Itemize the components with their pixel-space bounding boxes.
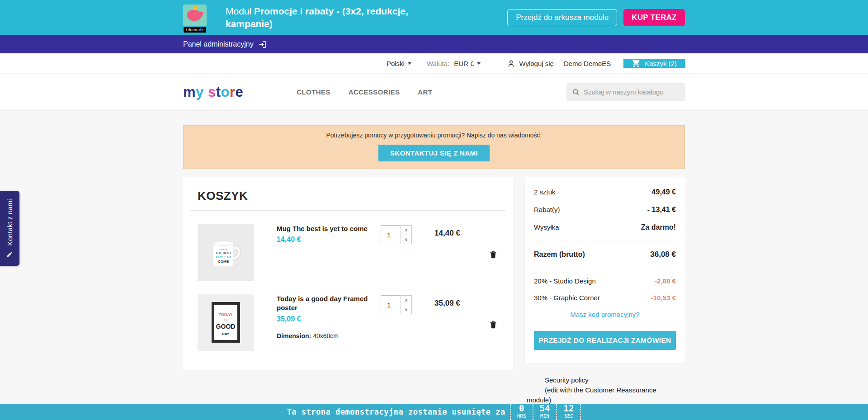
- trash-icon: [489, 320, 498, 330]
- search-icon: [572, 88, 580, 96]
- product-unit-price: 14,40 €: [277, 236, 378, 244]
- svg-text:THE BEST: THE BEST: [216, 251, 231, 255]
- module-promo-bar: idnovate Moduł Promocje i rabaty - (3x2,…: [0, 0, 868, 35]
- cart-button[interactable]: Koszyk (2): [623, 59, 685, 68]
- countdown-hours: 0 HRS: [510, 404, 533, 420]
- search-input[interactable]: [584, 88, 679, 96]
- cart-panel: KOSZYK • • • • • THE BEST IS YET TO: [183, 177, 513, 370]
- summary-row-items: 2 sztuk 49,49 €: [534, 188, 676, 196]
- nav-accessories[interactable]: ACCESSORIES: [349, 88, 400, 96]
- nav-clothes[interactable]: CLOTHES: [297, 88, 330, 96]
- countdown: 0 HRS 54 MIN 12 SEC: [510, 404, 581, 420]
- logout-link[interactable]: Wyloguj się: [507, 59, 554, 68]
- demo-countdown-bar: Ta strona demonstracyjna zostanie usunię…: [0, 404, 868, 420]
- cart-summary-panel: 2 sztuk 49,49 € Rabat(y) - 13,41 € Wysył…: [525, 177, 685, 363]
- top-nav-bar: Polski Waluta: EUR € Wyloguj się Demo De…: [0, 53, 868, 74]
- svg-text:• • • • •: • • • • •: [219, 248, 227, 250]
- promo-code-link[interactable]: Masz kod promocyjny?: [534, 311, 676, 318]
- proceed-to-checkout-button[interactable]: PRZEJDŹ DO REALIZACJI ZAMÓWIEN: [534, 331, 676, 350]
- store-logo[interactable]: my store: [183, 84, 243, 100]
- svg-text:IS YET TO: IS YET TO: [216, 255, 231, 259]
- countdown-seconds: 12 SEC: [556, 404, 581, 420]
- pencil-icon: [6, 251, 13, 258]
- voucher-row: 30% - Graphic Corner -10,53 €: [534, 294, 676, 302]
- external-link-icon: [258, 40, 267, 49]
- divider: [534, 241, 676, 241]
- svg-text:IS A: IS A: [223, 318, 228, 321]
- module-help-notice: Potrzebujesz pomocy w przygotowaniu prom…: [183, 125, 685, 169]
- quantity-increase-button[interactable]: ∧: [401, 225, 412, 235]
- go-to-module-sheet-button[interactable]: Przejdź do arkusza modułu: [507, 9, 617, 26]
- chevron-up-icon: ∧: [405, 228, 408, 232]
- search-box[interactable]: [566, 83, 685, 101]
- chevron-down-icon: ∨: [405, 237, 408, 242]
- product-image-mug[interactable]: • • • • • THE BEST IS YET TO COME: [198, 224, 254, 281]
- admin-panel-label: Panel administracyjny: [183, 40, 254, 48]
- idnovate-logo-label: idnovate: [184, 27, 206, 33]
- module-title: Moduł Promocje i rabaty - (3x2, redukcje…: [226, 5, 438, 30]
- quantity-input[interactable]: [381, 225, 401, 244]
- svg-text:TODAY: TODAY: [219, 312, 233, 317]
- voucher-row: 20% - Studio Design -2,88 €: [534, 277, 676, 285]
- chevron-down-icon: [408, 62, 411, 65]
- security-policy-line: Security policy: [527, 375, 676, 385]
- notice-message: Potrzebujesz pomocy w przygotowaniu prom…: [184, 132, 684, 139]
- trash-icon: [489, 250, 498, 260]
- countdown-minutes: 54 MIN: [533, 404, 557, 420]
- chevron-down-icon: ∨: [405, 307, 408, 312]
- piggy-bank-icon: [183, 5, 207, 26]
- contact-us-button[interactable]: SKONTAKTUJ SIĘ Z NAMI: [378, 145, 490, 161]
- line-total: 35,09 €: [434, 299, 488, 351]
- product-attribute: Dimension: 40x60cm: [277, 332, 378, 340]
- quantity-increase-button[interactable]: ∧: [401, 295, 412, 305]
- currency-label: Waluta:: [427, 60, 449, 67]
- product-name[interactable]: Mug The best is yet to come: [277, 224, 378, 233]
- language-selector[interactable]: Polski: [387, 60, 411, 67]
- admin-bar: Panel administracyjny: [0, 35, 868, 53]
- nav-art[interactable]: ART: [418, 88, 432, 96]
- store-header: my store CLOTHES ACCESSORIES ART: [0, 74, 868, 111]
- summary-row-discounts: Rabat(y) - 13,41 €: [534, 206, 676, 214]
- chevron-down-icon: [477, 62, 481, 65]
- security-policy-line: (edit with the Customer Reassurance: [527, 385, 676, 395]
- cart-item-row: TODAY IS A GOOD DAY Today is a good day …: [183, 294, 513, 351]
- svg-text:DAY: DAY: [222, 332, 230, 336]
- line-total: 14,40 €: [434, 229, 488, 281]
- admin-panel-link[interactable]: Panel administracyjny: [183, 40, 267, 49]
- quantity-decrease-button[interactable]: ∨: [401, 305, 412, 314]
- buy-now-button[interactable]: KUP TERAZ: [623, 9, 685, 26]
- svg-text:COME: COME: [218, 260, 229, 264]
- remove-item-button[interactable]: [488, 298, 499, 351]
- quantity-input[interactable]: [381, 295, 401, 314]
- summary-row-total: Razem (brutto) 36,08 €: [534, 250, 676, 259]
- main-nav: CLOTHES ACCESSORIES ART: [297, 88, 432, 96]
- idnovate-logo[interactable]: idnovate: [183, 5, 207, 28]
- cart-title: KOSZYK: [183, 177, 513, 210]
- product-unit-price: 35,09 €: [277, 315, 378, 323]
- demo-message: Ta strona demonstracyjna zostanie usunię…: [287, 407, 505, 416]
- user-icon: [507, 59, 515, 68]
- security-policy-line: module): [527, 395, 676, 405]
- summary-row-shipping: Wysyłka Za darmo!: [534, 223, 676, 231]
- divider: [190, 210, 506, 211]
- contact-side-tab[interactable]: Kontakt z nami: [0, 191, 19, 266]
- product-image-poster[interactable]: TODAY IS A GOOD DAY: [198, 294, 254, 351]
- cart-item-row: • • • • • THE BEST IS YET TO COME Mug Th…: [183, 224, 513, 281]
- svg-text:GOOD: GOOD: [216, 323, 236, 330]
- remove-item-button[interactable]: [488, 228, 499, 281]
- quantity-decrease-button[interactable]: ∨: [401, 235, 412, 244]
- chevron-up-icon: ∧: [405, 298, 408, 302]
- quantity-stepper: ∧ ∨: [381, 295, 412, 314]
- currency-selector[interactable]: Waluta: EUR €: [427, 60, 481, 67]
- quantity-stepper: ∧ ∨: [381, 225, 412, 244]
- cart-button-label: Koszyk (2): [645, 60, 677, 67]
- security-policy-block: Security policy (edit with the Customer …: [527, 375, 676, 405]
- account-name-link[interactable]: Demo DemoES: [564, 60, 611, 67]
- product-name[interactable]: Today is a good day Framed poster: [277, 294, 378, 313]
- shopping-cart-icon: [632, 59, 641, 68]
- contact-tab-label: Kontakt z nami: [6, 199, 14, 245]
